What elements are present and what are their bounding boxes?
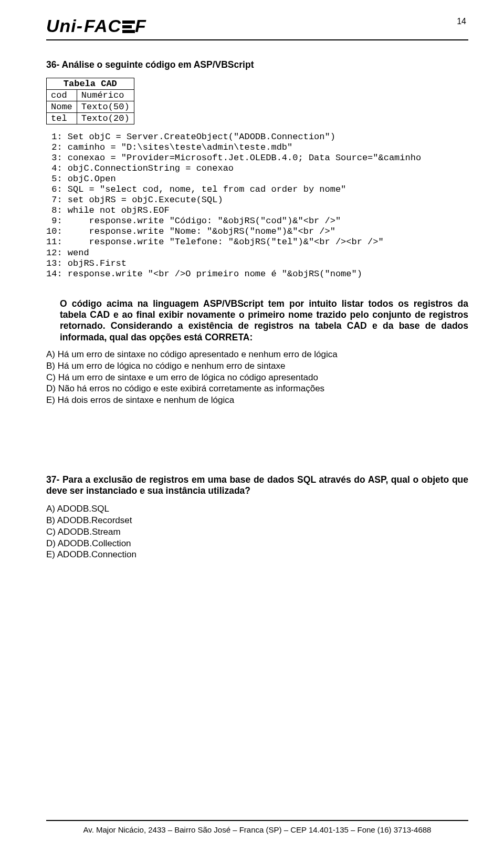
code-line: 4: objC.ConnectionString = conexao — [46, 163, 234, 173]
logo-e-icon — [122, 20, 135, 34]
table-row: codNumérico — [47, 90, 134, 101]
code-line: 13: objRS.First — [46, 258, 127, 268]
code-line: 8: while not objRS.EOF — [46, 205, 170, 215]
code-line: 11: response.write "Telefone: "&objRS("t… — [46, 237, 384, 247]
option-c: C) Há um erro de sintaxe e um erro de ló… — [46, 372, 468, 383]
q37-title: 37- Para a exclusão de registros em uma … — [46, 474, 468, 497]
logo-f: F — [135, 16, 146, 36]
option-d: D) ADODB.Collection — [46, 538, 468, 549]
divider-top — [46, 39, 468, 40]
option-d: D) Não há erros no código e este exibirá… — [46, 383, 468, 394]
q36-title: 36- Análise o seguinte código em ASP/VBS… — [46, 59, 468, 70]
code-line: 5: objC.Open — [46, 174, 116, 184]
option-e: E) Há dois erros de sintaxe e nenhum de … — [46, 395, 468, 406]
option-b: B) ADODB.Recordset — [46, 515, 468, 526]
page-footer: Av. Major Nicácio, 2433 – Bairro São Jos… — [46, 820, 468, 834]
logo-fac: FAC — [84, 16, 121, 36]
page-number: 14 — [457, 17, 466, 26]
footer-text: Av. Major Nicácio, 2433 – Bairro São Jos… — [46, 825, 468, 834]
option-b: B) Há um erro de lógica no código e nenh… — [46, 361, 468, 372]
table-row: telTexto(20) — [47, 113, 134, 124]
option-c: C) ADODB.Stream — [46, 527, 468, 538]
code-line: 7: set objRS = objC.Execute(SQL) — [46, 195, 223, 205]
option-e: E) ADODB.Connection — [46, 549, 468, 560]
logo-uni: Uni- — [46, 16, 83, 36]
q36-options: A) Há um erro de sintaxe no código apres… — [46, 349, 468, 406]
code-line: 2: caminho = "D:\sites\teste\admin\teste… — [46, 142, 292, 152]
q36-description: O código acima na linguagem ASP/VBScript… — [60, 298, 468, 343]
code-line: 12: wend — [46, 248, 89, 258]
cad-table: Tabela CAD codNumérico NomeTexto(50) tel… — [46, 78, 134, 124]
code-line: 10: response.write "Nome: "&objRS("nome"… — [46, 226, 335, 236]
header-logo: Uni-FACF — [46, 16, 468, 36]
divider-bottom — [46, 820, 468, 821]
code-block: 1: Set objC = Server.CreateObject("ADODB… — [46, 132, 468, 279]
q37-options: A) ADODB.SQL B) ADODB.Recordset C) ADODB… — [46, 504, 468, 560]
code-line: 9: response.write "Código: "&objRS("cod"… — [46, 216, 341, 226]
code-line: 6: SQL = "select cod, nome, tel from cad… — [46, 184, 346, 194]
table-row: NomeTexto(50) — [47, 101, 134, 113]
code-line: 3: conexao = "Provider=Microsoft.Jet.OLE… — [46, 153, 421, 163]
option-a: A) Há um erro de sintaxe no código apres… — [46, 349, 468, 360]
code-line: 14: response.write "<br />O primeiro nom… — [46, 269, 362, 279]
cad-table-header: Tabela CAD — [47, 78, 134, 90]
code-line: 1: Set objC = Server.CreateObject("ADODB… — [46, 132, 335, 142]
option-a: A) ADODB.SQL — [46, 504, 468, 515]
